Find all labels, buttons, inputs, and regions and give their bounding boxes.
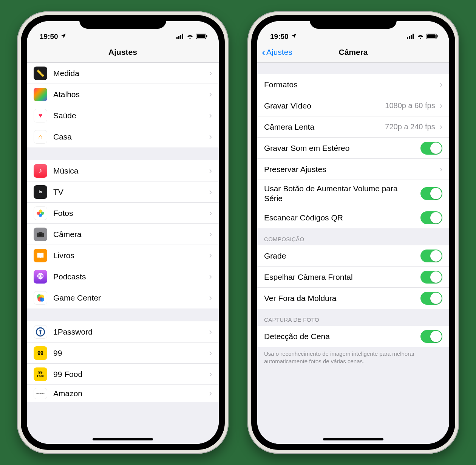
- home-icon: ⌂: [34, 130, 47, 144]
- chevron-right-icon: ›: [209, 327, 212, 337]
- location-arrow-icon: [60, 33, 66, 41]
- chevron-right-icon: ›: [209, 187, 212, 197]
- toggle-volume-serie[interactable]: [420, 187, 442, 200]
- row-espelhar-frontal: Espelhar Câmera Frontal: [257, 267, 449, 288]
- row-gravar-video[interactable]: Gravar Vídeo 1080p a 60 fps ›: [257, 95, 449, 116]
- row-amazon[interactable]: amazon Amazon ›: [27, 385, 219, 402]
- row-podcasts[interactable]: Podcasts ›: [27, 266, 219, 287]
- row-label: Formatos: [264, 76, 438, 93]
- row-livros[interactable]: Livros ›: [27, 245, 219, 266]
- row-label: TV: [53, 183, 208, 200]
- section-header-captura: CAPTURA DE FOTO: [257, 309, 449, 326]
- row-medida[interactable]: 📏 Medida ›: [27, 63, 219, 84]
- toggle-escanear-qr[interactable]: [420, 211, 442, 224]
- row-1password[interactable]: 1Password ›: [27, 321, 219, 343]
- row-label: Preservar Ajustes: [264, 161, 438, 178]
- home-indicator[interactable]: [323, 438, 383, 440]
- row-label: Livros: [53, 247, 208, 264]
- row-casa[interactable]: ⌂ Casa ›: [27, 126, 219, 147]
- screen-left: 19:50 Ajust: [27, 21, 219, 444]
- section-header-composicao: COMPOSIÇÃO: [257, 228, 449, 245]
- row-99[interactable]: 99 99 ›: [27, 343, 219, 364]
- row-label: Ver Fora da Moldura: [264, 290, 420, 307]
- toggle-grade[interactable]: [420, 250, 442, 262]
- row-camera[interactable]: Câmera ›: [27, 224, 219, 245]
- toggle-espelhar-frontal[interactable]: [420, 271, 442, 284]
- svg-point-20: [39, 330, 41, 332]
- gamecenter-icon: [34, 291, 47, 305]
- toggle-som-estereo[interactable]: [420, 142, 442, 155]
- row-preservar-ajustes[interactable]: Preservar Ajustes ›: [257, 159, 449, 180]
- svg-rect-2: [180, 35, 181, 39]
- svg-point-12: [40, 275, 41, 277]
- row-label: Saúde: [53, 107, 208, 124]
- amazon-icon: amazon: [34, 388, 47, 399]
- row-label: 99 Food: [53, 366, 208, 383]
- chevron-right-icon: ›: [440, 101, 442, 111]
- row-musica[interactable]: ♪ Música ›: [27, 160, 219, 181]
- row-gamecenter[interactable]: Game Center ›: [27, 287, 219, 308]
- navbar-camera: ‹ Ajustes Câmera: [257, 42, 449, 63]
- navbar-settings: Ajustes: [27, 42, 219, 63]
- row-grade: Grade: [257, 245, 449, 267]
- screen-right: 19:50: [257, 21, 449, 444]
- battery-full-icon: [427, 33, 438, 41]
- home-indicator[interactable]: [93, 438, 153, 440]
- row-fotos[interactable]: Fotos ›: [27, 203, 219, 224]
- camera-settings[interactable]: Formatos › Gravar Vídeo 1080p a 60 fps ›…: [257, 63, 449, 444]
- cellular-icon: [407, 33, 414, 41]
- measure-icon: 📏: [34, 67, 47, 80]
- row-label: Escanear Códigos QR: [264, 209, 420, 226]
- chevron-right-icon: ›: [209, 348, 212, 358]
- row-atalhos[interactable]: Atalhos ›: [27, 84, 219, 105]
- svg-point-18: [40, 298, 44, 302]
- chevron-right-icon: ›: [209, 229, 212, 239]
- row-som-estereo: Gravar Som em Estéreo: [257, 138, 449, 159]
- status-time: 19:50: [40, 33, 58, 41]
- row-ver-fora-moldura: Ver Fora da Moldura: [257, 288, 449, 309]
- chevron-right-icon: ›: [209, 389, 212, 398]
- row-label: Música: [53, 162, 208, 179]
- row-99food[interactable]: 99Food 99 Food ›: [27, 364, 219, 385]
- back-button[interactable]: ‹ Ajustes: [262, 46, 292, 59]
- svg-rect-23: [409, 36, 410, 39]
- row-value: 1080p a 60 fps: [385, 101, 435, 110]
- chevron-right-icon: ›: [440, 122, 442, 132]
- cellular-icon: [176, 33, 184, 41]
- wifi-icon: [417, 33, 424, 41]
- row-label: Amazon: [53, 385, 208, 402]
- row-formatos[interactable]: Formatos ›: [257, 74, 449, 95]
- chevron-right-icon: ›: [209, 369, 212, 379]
- svg-rect-3: [182, 34, 183, 39]
- row-tv[interactable]: tv TV ›: [27, 181, 219, 203]
- svg-rect-1: [178, 36, 179, 39]
- status-time: 19:50: [270, 33, 289, 41]
- notch: [79, 15, 166, 29]
- svg-rect-22: [407, 37, 408, 39]
- row-volume-serie: Usar Botão de Aumentar Volume para Série: [257, 180, 449, 207]
- tv-icon: tv: [34, 185, 47, 199]
- row-label: Fotos: [53, 205, 208, 222]
- chevron-right-icon: ›: [209, 251, 212, 260]
- row-label: Câmera Lenta: [264, 118, 385, 135]
- notch: [310, 15, 397, 29]
- wifi-icon: [186, 33, 194, 41]
- podcasts-icon: [34, 270, 47, 284]
- section-footer-captura: Usa o reconhecimento de imagem inteligen…: [257, 347, 449, 370]
- chevron-left-icon: ‹: [262, 46, 266, 59]
- row-label: 99: [53, 344, 208, 361]
- toggle-deteccao-cena[interactable]: [420, 330, 442, 343]
- chevron-right-icon: ›: [209, 111, 212, 121]
- phone-right: 19:50: [247, 11, 459, 454]
- row-saude[interactable]: ♥ Saúde ›: [27, 105, 219, 126]
- toggle-ver-fora-moldura[interactable]: [420, 292, 442, 305]
- settings-list[interactable]: 📏 Medida › Atalhos › ♥ Saúde ›: [27, 63, 219, 444]
- row-label: Espelhar Câmera Frontal: [264, 268, 420, 285]
- svg-point-10: [37, 211, 40, 215]
- svg-rect-24: [411, 35, 412, 39]
- phone-left: 19:50 Ajust: [17, 11, 229, 454]
- row-camera-lenta[interactable]: Câmera Lenta 720p a 240 fps ›: [257, 116, 449, 138]
- 99-icon: 99: [34, 346, 47, 360]
- row-label: 1Password: [53, 323, 208, 340]
- navbar-title: Ajustes: [108, 48, 137, 57]
